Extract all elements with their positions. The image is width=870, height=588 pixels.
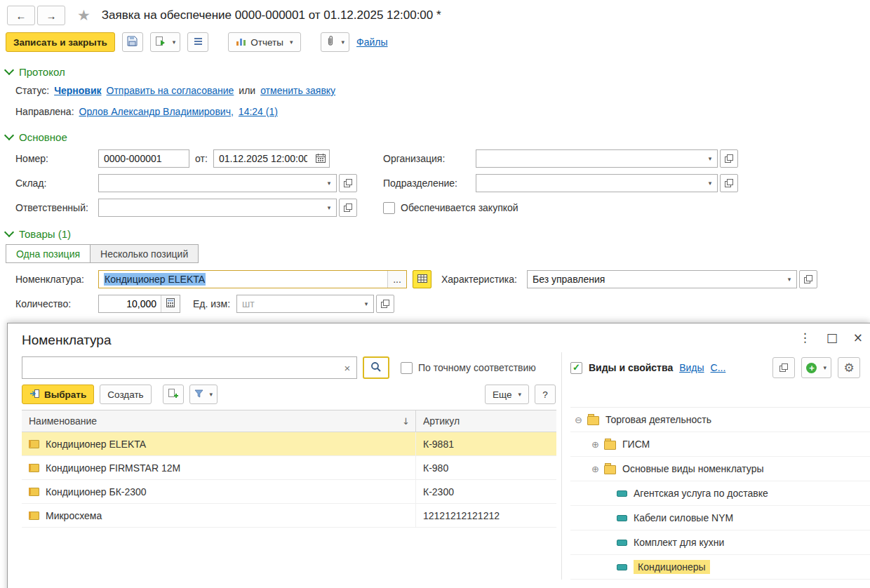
warehouse-field[interactable]: [99, 178, 322, 189]
calendar-button[interactable]: [312, 150, 329, 167]
kinds-link[interactable]: Виды: [679, 362, 704, 373]
status-value-link[interactable]: Черновик: [54, 82, 101, 99]
unit-dropdown-button[interactable]: ▾: [359, 295, 373, 312]
save-and-close-button[interactable]: Записать и закрыть: [6, 32, 115, 52]
add-kind-button[interactable]: ▾: [801, 357, 831, 378]
exact-match-checkbox[interactable]: [401, 362, 413, 374]
reports-button[interactable]: Отчеты ▾: [228, 32, 300, 52]
quantity-field[interactable]: [99, 295, 161, 312]
column-name-header[interactable]: Наименование: [29, 415, 97, 427]
responsible-choose-button[interactable]: [339, 199, 357, 217]
directed-person-link[interactable]: Орлов Александр Владимирович,: [79, 103, 234, 120]
properties-link[interactable]: С...: [711, 362, 726, 373]
choose-list-icon: [725, 179, 733, 187]
back-icon: ←: [16, 10, 27, 22]
copy-button[interactable]: [772, 357, 795, 378]
expand-icon[interactable]: ⊕: [591, 464, 604, 474]
send-for-approval-link[interactable]: Отправить на согласование: [107, 82, 234, 99]
kinds-pane: Виды и свойства Виды С... ▾ ⚙ ⊖Торговая …: [562, 352, 870, 580]
purchase-checkbox[interactable]: [383, 202, 395, 214]
chevron-down-icon: ▾: [342, 39, 345, 46]
settings-button[interactable]: ⚙: [838, 357, 860, 378]
responsible-field[interactable]: [99, 202, 322, 213]
help-button[interactable]: ?: [535, 385, 556, 404]
attachments-button[interactable]: ▾: [321, 32, 350, 52]
kinds-header: Виды и свойства: [589, 362, 673, 373]
directed-time-link[interactable]: 14:24 (1): [239, 103, 278, 120]
save-icon: [127, 36, 138, 48]
tree-label: ГИСМ: [622, 439, 650, 450]
organization-choose-button[interactable]: [720, 149, 738, 168]
tab-multiple-positions[interactable]: Несколько позиций: [90, 244, 199, 263]
collapse-icon[interactable]: ⊖: [575, 415, 587, 425]
tree-folder[interactable]: ⊕ГИСМ: [570, 432, 870, 457]
dialog-menu-button[interactable]: ⋮: [799, 330, 811, 345]
characteristic-field[interactable]: [528, 274, 782, 285]
search-button[interactable]: [363, 356, 389, 379]
date-field[interactable]: [214, 153, 312, 164]
organization-field[interactable]: [476, 153, 703, 164]
warehouse-label: Склад:: [15, 178, 98, 189]
organization-dropdown-button[interactable]: ▾: [703, 150, 717, 167]
save-button[interactable]: [122, 32, 143, 52]
back-button[interactable]: ←: [7, 6, 35, 25]
table-row[interactable]: Кондиционер FIRMSTAR 12МК-980: [22, 456, 556, 480]
tree-item[interactable]: Кондиционеры: [570, 555, 870, 580]
create-group-button[interactable]: [163, 385, 184, 404]
expand-icon[interactable]: ⊕: [591, 439, 604, 450]
column-article-header[interactable]: Артикул: [416, 415, 556, 427]
nomenclature-dialog: Номенклатура ⋮ □ × × По точному соответс…: [7, 323, 870, 588]
tree-item[interactable]: Комплект для кухни: [570, 530, 870, 555]
nomenclature-field[interactable]: Кондиционер ELEKTA: [99, 271, 387, 288]
row-name: Кондиционер БК-2300: [46, 486, 147, 497]
create-button[interactable]: Создать: [100, 385, 151, 404]
row-nomenclature: Номенклатура: Кондиционер ELEKTA ... Хар…: [15, 270, 870, 288]
nomenclature-ellipsis-button[interactable]: ...: [387, 271, 406, 288]
unit-field[interactable]: [237, 298, 359, 309]
post-document-button[interactable]: ▾: [150, 32, 181, 52]
tab-single-position[interactable]: Одна позиция: [6, 244, 91, 263]
dialog-close-button[interactable]: ×: [853, 330, 863, 345]
division-dropdown-button[interactable]: ▾: [703, 175, 717, 192]
clear-search-icon[interactable]: ×: [338, 362, 356, 374]
number-field[interactable]: [98, 149, 189, 168]
division-choose-button[interactable]: [720, 174, 738, 192]
register-records-button[interactable]: [187, 32, 208, 52]
open-list-button[interactable]: [413, 270, 431, 288]
main-section-header[interactable]: Основное: [6, 131, 870, 143]
table-row[interactable]: Кондиционер БК-2300К-2300: [22, 480, 556, 504]
tree-item[interactable]: Кабели силовые NYM: [570, 506, 870, 530]
or-text: или: [239, 82, 255, 99]
protocol-section-header[interactable]: Протокол: [6, 66, 870, 78]
table-row[interactable]: Микросхема12121212121212: [22, 504, 556, 528]
row-responsible-purchase: Ответственный: ▾ Обеспечивается закупкой: [15, 199, 870, 217]
unit-choose-button[interactable]: [376, 295, 394, 313]
cancel-request-link[interactable]: отменить заявку: [260, 82, 335, 99]
responsible-dropdown-button[interactable]: ▾: [322, 199, 336, 216]
filter-button[interactable]: ▾: [189, 385, 218, 404]
tree-folder[interactable]: ⊕Основные виды номенклатуры: [570, 457, 870, 481]
division-field[interactable]: [476, 178, 703, 189]
calculator-button[interactable]: [161, 295, 180, 312]
select-button[interactable]: Выбрать: [22, 385, 94, 404]
favorite-star-icon[interactable]: ★: [77, 7, 91, 24]
tree-folder[interactable]: ⊖Торговая деятельность: [570, 408, 870, 432]
more-button-label: Еще: [493, 389, 511, 400]
division-label: Подразделение:: [383, 178, 476, 189]
forward-button[interactable]: →: [37, 6, 65, 25]
tree-label: Кондиционеры: [634, 560, 710, 574]
kinds-filter-checkbox[interactable]: [570, 362, 582, 374]
search-input[interactable]: [22, 362, 338, 373]
more-button[interactable]: Еще ▾: [485, 385, 529, 404]
dialog-restore-button[interactable]: □: [826, 330, 838, 345]
row-article: 12121212121212: [416, 510, 556, 521]
goods-section-header[interactable]: Товары (1): [6, 228, 870, 240]
tree-item[interactable]: Агентская услуга по доставке: [570, 481, 870, 506]
characteristic-dropdown-button[interactable]: ▾: [782, 271, 796, 288]
nomenclature-item-icon: [29, 440, 39, 448]
characteristic-choose-button[interactable]: [799, 270, 817, 288]
warehouse-choose-button[interactable]: [339, 174, 357, 192]
files-link[interactable]: Файлы: [356, 36, 387, 48]
warehouse-dropdown-button[interactable]: ▾: [322, 175, 336, 192]
table-row[interactable]: Кондиционер ELEKTAК-9881: [22, 432, 556, 456]
